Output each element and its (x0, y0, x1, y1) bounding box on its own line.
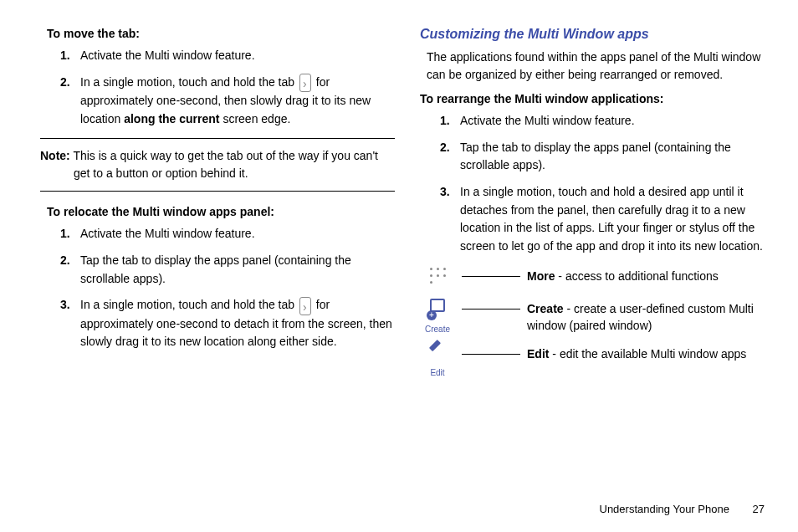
callout-desc: - edit the available Multi window apps (549, 347, 746, 361)
callout-more: More - access to additional functions (420, 266, 775, 289)
list-item: Activate the Multi window feature. (40, 225, 395, 243)
callout-list: More - access to additional functions + … (420, 266, 775, 378)
callout-bold: Create (527, 302, 564, 315)
create-icon: + Create (420, 299, 455, 334)
move-tab-steps: Activate the Multi window feature. In a … (40, 47, 395, 128)
note-block: Note: This is a quick way to get the tab… (40, 138, 395, 192)
list-item: Activate the Multi window feature. (40, 47, 395, 65)
page-number: 27 (753, 503, 765, 515)
callout-desc: - access to additional functions (555, 269, 718, 283)
list-item: In a single motion, touch and hold the t… (40, 296, 395, 351)
list-item: Tap the tab to display the apps panel (c… (420, 139, 775, 175)
step-text-pre: In a single motion, touch and hold the t… (80, 75, 298, 89)
list-item: Tap the tab to display the apps panel (c… (40, 252, 395, 288)
intro-para: The applications found within the apps p… (427, 49, 775, 84)
move-tab-heading: To move the tab: (47, 27, 395, 40)
step-text-pre: In a single motion, touch and hold the t… (80, 298, 298, 311)
list-item: In a single motion, touch and hold the t… (40, 74, 395, 129)
callout-bold: Edit (527, 347, 549, 361)
callout-text: More - access to additional functions (527, 266, 775, 284)
icon-label: Create (420, 325, 455, 334)
tab-handle-icon (299, 74, 311, 92)
list-item: In a single motion, touch and hold a des… (420, 183, 775, 256)
note-body: This is a quick way to get the tab out o… (70, 149, 378, 180)
callout-create: + Create Create - create a user-defined … (420, 299, 775, 335)
relocate-steps: Activate the Multi window feature. Tap t… (40, 225, 395, 351)
callout-text: Create - create a user-defined custom Mu… (527, 299, 775, 335)
page-footer: Understanding Your Phone 27 (600, 503, 765, 515)
icon-label: Edit (420, 368, 455, 377)
list-item: Activate the Multi window feature. (420, 112, 775, 130)
tab-handle-icon (299, 297, 311, 315)
right-column: Customizing the Multi Window apps The ap… (420, 27, 775, 387)
callout-edit: Edit Edit - edit the available Multi win… (420, 344, 775, 377)
callout-connector (462, 354, 520, 355)
callout-connector (462, 276, 520, 277)
footer-section: Understanding Your Phone (600, 503, 729, 515)
more-icon (420, 266, 455, 289)
step-text-bold: along the current (124, 112, 219, 125)
page-body: To move the tab: Activate the Multi wind… (0, 0, 798, 396)
rearrange-steps: Activate the Multi window feature. Tap t… (420, 112, 775, 256)
note-label: Note: (40, 149, 70, 162)
customizing-subheading: Customizing the Multi Window apps (420, 27, 775, 42)
step-text-tail: screen edge. (220, 112, 291, 125)
left-column: To move the tab: Activate the Multi wind… (40, 27, 395, 387)
relocate-heading: To relocate the Multi window apps panel: (47, 205, 395, 218)
rearrange-heading: To rearrange the Multi window applicatio… (420, 92, 775, 105)
edit-icon: Edit (420, 344, 455, 377)
callout-connector (462, 309, 520, 309)
callout-bold: More (527, 269, 555, 283)
note-text: Note: This is a quick way to get the tab… (40, 147, 395, 182)
callout-text: Edit - edit the available Multi window a… (527, 344, 775, 362)
